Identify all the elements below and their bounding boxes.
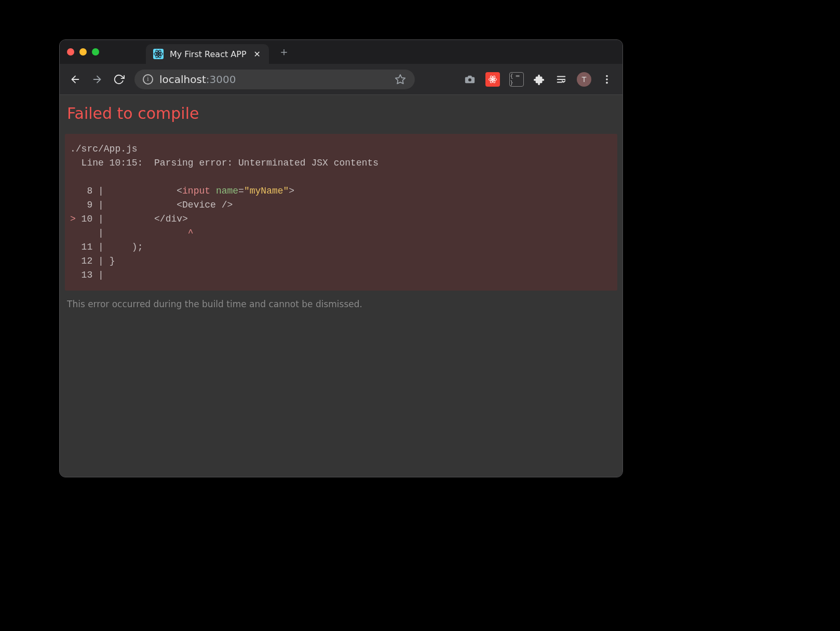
code-gutter: 9 | — [70, 200, 110, 210]
avatar-letter: T — [582, 75, 587, 84]
svg-point-16 — [606, 78, 608, 80]
window-close-button[interactable] — [67, 48, 74, 56]
new-tab-button[interactable]: ＋ — [278, 44, 290, 60]
code-gutter: 12 | — [70, 256, 110, 266]
page-content: Failed to compile ./src/App.js Line 10:1… — [60, 95, 622, 477]
extensions-row: { = } T — [464, 72, 613, 87]
react-favicon-icon — [153, 49, 164, 59]
code-gutter: | — [70, 228, 110, 238]
error-line-marker: > — [70, 214, 82, 224]
browser-window: My First React APP ✕ ＋ i localhost:3000 — [59, 39, 623, 477]
svg-point-8 — [492, 78, 494, 80]
window-controls — [67, 48, 99, 56]
url-port: :3000 — [206, 73, 236, 86]
json-extension-icon[interactable]: { = } — [509, 72, 524, 87]
back-button[interactable] — [69, 73, 82, 86]
browser-tab[interactable]: My First React APP ✕ — [146, 44, 269, 64]
kebab-menu-icon[interactable] — [601, 73, 613, 86]
window-minimize-button[interactable] — [79, 48, 87, 56]
error-hint: This error occurred during the build tim… — [60, 291, 622, 318]
site-info-icon[interactable]: i — [143, 74, 153, 85]
svg-point-0 — [157, 53, 159, 54]
error-caret: ^ — [188, 228, 194, 238]
extensions-puzzle-icon[interactable] — [533, 73, 546, 86]
code-gutter: 11 | — [70, 242, 110, 252]
camera-extension-icon[interactable] — [464, 73, 476, 86]
error-message: Line 10:15: Parsing error: Unterminated … — [70, 158, 378, 168]
url-host: localhost — [159, 73, 206, 86]
window-maximize-button[interactable] — [92, 48, 99, 56]
close-tab-icon[interactable]: ✕ — [253, 48, 262, 60]
reading-list-icon[interactable] — [555, 73, 567, 86]
svg-point-15 — [606, 75, 608, 77]
forward-button[interactable] — [91, 73, 103, 86]
reload-button[interactable] — [113, 73, 125, 86]
svg-marker-6 — [396, 74, 405, 83]
address-bar[interactable]: i localhost:3000 — [134, 70, 415, 89]
code-gutter: 13 | — [70, 270, 110, 280]
tabstrip: My First React APP ✕ ＋ — [60, 40, 622, 64]
error-code-block: ./src/App.js Line 10:15: Parsing error: … — [65, 134, 617, 291]
svg-point-7 — [468, 78, 471, 81]
code-gutter: 8 | — [70, 186, 110, 196]
url-display: localhost:3000 — [159, 73, 236, 86]
error-file: ./src/App.js — [70, 144, 138, 154]
profile-avatar[interactable]: T — [577, 72, 591, 87]
svg-point-17 — [606, 81, 608, 84]
toolbar: i localhost:3000 { = } — [60, 64, 622, 95]
bookmark-star-icon[interactable] — [394, 73, 407, 86]
react-devtools-extension-icon[interactable] — [485, 72, 500, 87]
tab-title: My First React APP — [170, 49, 247, 59]
error-title: Failed to compile — [60, 95, 622, 134]
